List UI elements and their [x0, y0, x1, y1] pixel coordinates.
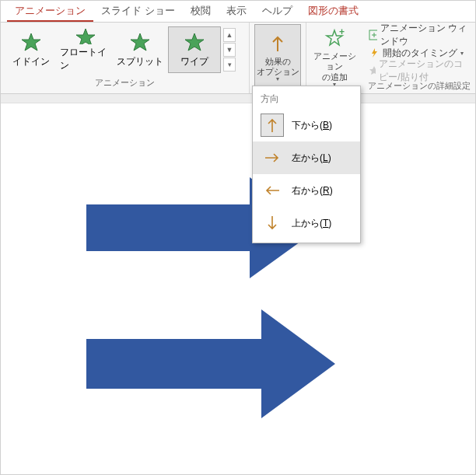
chevron-down-icon: ▾ — [276, 75, 279, 82]
menu-item-label: 右から(R) — [292, 184, 333, 197]
effect-options-button[interactable]: 効果の オプション ▾ — [254, 24, 301, 91]
tab-slideshow[interactable]: スライド ショー — [93, 1, 183, 22]
group-add-animation: + アニメーション の追加 ▾ — [306, 23, 362, 93]
svg-marker-9 — [86, 309, 335, 418]
gallery-more-button[interactable]: ▾ — [223, 58, 236, 72]
pane-icon — [369, 30, 377, 40]
svg-marker-0 — [22, 33, 40, 51]
anim-wipe[interactable]: ワイプ — [168, 26, 221, 73]
slide-canvas[interactable] — [1, 103, 475, 475]
gallery-up-button[interactable]: ▲ — [223, 28, 236, 42]
anim-label: イドイン — [12, 55, 50, 68]
menu-header-direction: 方向 — [253, 89, 360, 109]
arrow-down-icon — [261, 211, 284, 235]
arrow-up-icon — [261, 114, 284, 137]
arrow-up-icon — [267, 33, 289, 54]
slide-strip — [1, 94, 475, 103]
group-label-advanced: アニメーションの詳細設定 — [366, 79, 472, 93]
svg-marker-2 — [131, 33, 149, 51]
anim-label: ワイプ — [180, 55, 208, 68]
animation-pane-label: アニメーション ウィンドウ — [380, 22, 467, 48]
group-advanced: アニメーション ウィンドウ 開始のタイミング ▾ アニメーションのコピー/貼り付… — [362, 23, 475, 93]
anim-slidein[interactable]: イドイン — [5, 26, 58, 73]
add-animation-label: アニメーション の追加 — [312, 51, 357, 82]
menu-item-label: 上から(T) — [292, 217, 331, 230]
anim-label: フロートイン — [60, 46, 111, 72]
effect-options-menu: 方向 下から(B) 左から(L) 右から(R) 上から(T) — [252, 86, 361, 243]
svg-marker-7 — [369, 66, 376, 75]
effect-options-label: 効果の オプション — [257, 57, 299, 77]
star-icon — [369, 65, 376, 76]
menu-item-from-right[interactable]: 右から(R) — [253, 174, 360, 207]
star-plus-icon: + — [324, 27, 345, 49]
anim-split[interactable]: スプリット — [114, 26, 166, 73]
arrow-right-icon — [261, 146, 284, 169]
menu-item-label: 下から(B) — [292, 119, 332, 132]
star-icon — [129, 32, 151, 54]
add-animation-button[interactable]: + アニメーション の追加 ▾ — [311, 24, 358, 91]
group-label-animation: アニメーション — [4, 75, 246, 90]
star-icon — [75, 27, 96, 44]
anim-floatin[interactable]: フロートイン — [59, 26, 112, 73]
svg-text:+: + — [339, 27, 345, 37]
lightning-icon — [369, 47, 380, 58]
menu-item-from-top[interactable]: 上から(T) — [253, 207, 360, 239]
menu-item-from-bottom[interactable]: 下から(B) — [253, 109, 360, 141]
gallery-down-button[interactable]: ▼ — [223, 43, 236, 57]
svg-marker-1 — [76, 29, 95, 44]
tab-review[interactable]: 校閲 — [183, 1, 219, 22]
ribbon: イドイン フロートイン スプリット ワイプ ▲ ▼ ▾ アニメーション — [1, 23, 475, 94]
tab-help[interactable]: ヘルプ — [254, 1, 300, 22]
tab-animation[interactable]: アニメーション — [7, 1, 93, 22]
animation-pane-button[interactable]: アニメーション ウィンドウ — [369, 27, 467, 43]
ribbon-tabs: アニメーション スライド ショー 校閲 表示 ヘルプ 図形の書式 — [1, 1, 475, 23]
star-icon — [20, 32, 42, 54]
group-effect-options: 効果の オプション ▾ — [250, 23, 306, 93]
animation-painter-button: アニメーションのコピー/貼り付 — [369, 63, 467, 79]
menu-item-from-left[interactable]: 左から(L) — [253, 141, 360, 174]
gallery-scroll: ▲ ▼ ▾ — [223, 28, 236, 72]
svg-marker-3 — [185, 33, 204, 51]
group-animation: イドイン フロートイン スプリット ワイプ ▲ ▼ ▾ アニメーション — [1, 23, 250, 93]
chevron-down-icon: ▾ — [460, 50, 464, 57]
shape-arrow-large[interactable] — [86, 309, 335, 418]
star-icon — [184, 32, 205, 54]
tab-shape-format[interactable]: 図形の書式 — [300, 1, 366, 22]
arrow-left-icon — [261, 179, 284, 202]
anim-label: スプリット — [117, 55, 163, 68]
tab-view[interactable]: 表示 — [219, 1, 254, 22]
menu-item-label: 左から(L) — [292, 152, 331, 165]
